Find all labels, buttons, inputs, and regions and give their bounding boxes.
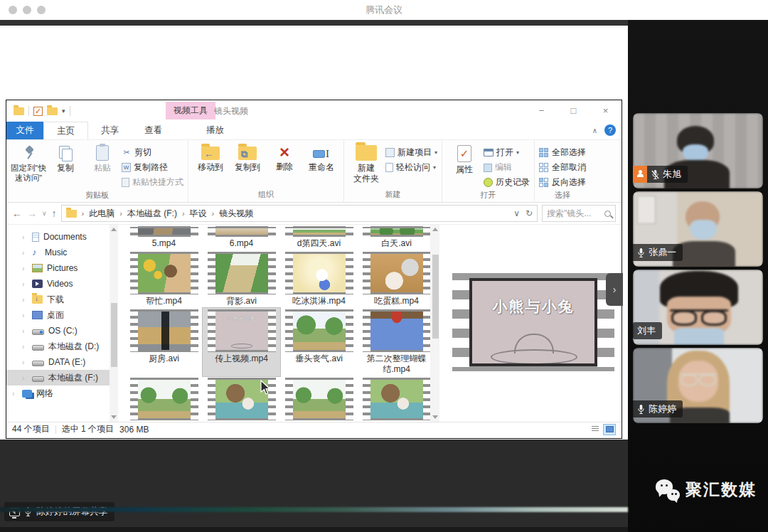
rename-button[interactable]: 重命名 xyxy=(304,143,339,173)
help-icon[interactable]: ? xyxy=(604,124,616,136)
new-item-button[interactable]: 新建项目 ▾ xyxy=(385,147,437,159)
breadcrumb-drive-f[interactable]: 本地磁盘 (F:) xyxy=(127,208,177,220)
sidebar-item-os-c[interactable]: › OS (C:) xyxy=(6,323,118,339)
file-item[interactable]: 第二次整理蝴蝶结.mp4 xyxy=(358,308,435,376)
participant-tile[interactable]: 陈婷婷 xyxy=(633,348,763,423)
move-to-button[interactable]: ← 移动到 xyxy=(193,143,228,173)
scroll-down-icon[interactable] xyxy=(432,415,438,419)
sidebar-item-data-e[interactable]: › DATA (E:) xyxy=(6,354,118,370)
file-item[interactable]: 5.mp4 xyxy=(125,225,203,250)
up-button[interactable]: ↑ xyxy=(52,208,57,219)
tab-play[interactable]: 播放 xyxy=(193,122,237,139)
address-dropdown-icon[interactable]: ∨ xyxy=(513,208,520,218)
expand-chevron-icon[interactable]: › xyxy=(22,327,28,335)
file-item-selected[interactable]: 小熊与小兔 传上视频.mp4 xyxy=(203,308,280,376)
breadcrumb-bishe[interactable]: 毕设 xyxy=(190,208,207,220)
customize-qat-caret-icon[interactable]: ▾ xyxy=(62,107,65,115)
file-item[interactable]: 帮忙.mp4 xyxy=(125,250,203,308)
edit-button[interactable]: 编辑 xyxy=(484,161,530,174)
breadcrumb-current-folder[interactable]: 镜头视频 xyxy=(219,208,253,220)
sidebar-item-videos[interactable]: › Videos xyxy=(6,276,118,292)
paste-shortcut-button[interactable]: 粘贴快捷方式 xyxy=(122,176,183,188)
tab-home[interactable]: 主页 xyxy=(43,122,88,139)
sidebar-item-local-f[interactable]: › 本地磁盘 (F:) xyxy=(6,370,118,385)
sidebar-item-local-d[interactable]: › 本地磁盘 (D:) xyxy=(6,339,118,354)
file-item[interactable]: 吃冰淇淋.mp4 xyxy=(280,250,358,308)
expand-chevron-icon[interactable]: › xyxy=(22,280,28,288)
panel-collapse-handle[interactable]: › xyxy=(606,273,623,306)
scrollbar-thumb[interactable] xyxy=(432,255,439,339)
history-button[interactable]: 历史记录 xyxy=(484,176,530,188)
select-none-button[interactable]: 全部取消 xyxy=(539,161,586,174)
zoom-traffic-light[interactable] xyxy=(37,6,46,14)
thumbnails-view-button[interactable] xyxy=(603,424,616,435)
scroll-up-icon[interactable] xyxy=(432,228,438,231)
sidebar-scrollbar[interactable] xyxy=(110,225,118,422)
expand-chevron-icon[interactable]: › xyxy=(22,312,28,319)
video-tools-context-tab[interactable]: 视频工具 xyxy=(166,102,215,119)
minimize-traffic-light[interactable] xyxy=(23,6,31,14)
scrollbar-thumb[interactable] xyxy=(111,303,117,367)
expand-chevron-icon[interactable]: › xyxy=(22,374,28,382)
close-traffic-light[interactable] xyxy=(9,6,17,14)
open-button[interactable]: 打开 ▾ xyxy=(484,147,530,159)
tab-share[interactable]: 共享 xyxy=(88,122,132,139)
file-item[interactable]: d第四天.avi xyxy=(280,225,358,250)
sidebar-item-downloads[interactable]: › 下载 xyxy=(6,292,118,307)
search-input[interactable]: 搜索"镜头... xyxy=(542,205,616,222)
sidebar-item-music[interactable]: › ♪ Music xyxy=(6,245,118,260)
file-item[interactable]: 白天.avi xyxy=(358,225,435,250)
select-all-button[interactable]: 全部选择 xyxy=(539,147,586,159)
back-button[interactable]: ← xyxy=(12,208,22,219)
minimize-button[interactable]: − xyxy=(526,100,558,120)
expand-chevron-icon[interactable]: › xyxy=(22,358,28,366)
expand-chevron-icon[interactable]: › xyxy=(22,249,28,257)
recent-locations-caret-icon[interactable]: ∨ xyxy=(42,210,47,217)
file-item[interactable]: 第二天.avi xyxy=(125,376,203,422)
sidebar-item-documents[interactable]: › Documents xyxy=(6,229,118,245)
participant-tile[interactable]: 张鼎一 xyxy=(633,191,763,267)
sidebar-item-network[interactable]: › 网络 xyxy=(6,385,118,401)
file-item[interactable]: 第三天.avi xyxy=(280,376,358,422)
paste-button[interactable]: 粘贴 xyxy=(85,143,120,174)
properties-qat-icon[interactable]: ✓ xyxy=(33,107,43,116)
participant-tile[interactable]: 刘丰 xyxy=(633,270,763,345)
file-item[interactable]: 厨房.avi xyxy=(125,308,203,376)
collapse-ribbon-icon[interactable]: ∧ xyxy=(592,127,597,134)
new-folder-button[interactable]: 新建 文件夹 xyxy=(348,143,384,184)
properties-button[interactable]: ✓ 属性 xyxy=(447,143,482,175)
forward-button[interactable]: → xyxy=(27,208,37,219)
copy-to-button[interactable]: ⧉ 复制到 xyxy=(230,143,265,173)
pin-to-quick-access-button[interactable]: 固定到“快速访问” xyxy=(11,143,46,183)
expand-chevron-icon[interactable]: › xyxy=(22,233,28,241)
breadcrumb-this-pc[interactable]: 此电脑 xyxy=(89,208,114,220)
close-button[interactable]: × xyxy=(590,100,622,120)
copy-button[interactable]: 复制 xyxy=(48,143,83,174)
copy-path-button[interactable]: W 复制路径 xyxy=(122,161,183,174)
expand-chevron-icon[interactable]: › xyxy=(22,265,28,272)
refresh-icon[interactable]: ↻ xyxy=(526,208,533,218)
participant-tile[interactable]: 朱旭 xyxy=(633,113,763,188)
expand-chevron-icon[interactable]: › xyxy=(22,296,28,304)
sidebar-item-pictures[interactable]: › Pictures xyxy=(6,260,118,276)
file-item[interactable]: 第三天.mp4 xyxy=(358,376,435,422)
file-item[interactable]: 背影.avi xyxy=(203,250,280,308)
address-bar[interactable]: › 此电脑 › 本地磁盘 (F:) › 毕设 › 镜头视频 ∨ ↻ xyxy=(61,205,538,222)
expand-chevron-icon[interactable]: › xyxy=(22,343,28,351)
tab-view[interactable]: 查看 xyxy=(132,122,175,139)
expand-chevron-icon[interactable]: › xyxy=(12,390,18,398)
file-item[interactable]: 垂头丧气.avi xyxy=(280,308,358,376)
new-folder-qat-icon[interactable] xyxy=(47,107,58,115)
delete-button[interactable]: × 删除 xyxy=(267,143,302,172)
easy-access-button[interactable]: 轻松访问 ▾ xyxy=(385,161,437,174)
invert-selection-button[interactable]: 反向选择 xyxy=(539,176,586,188)
cut-button[interactable]: ✂ 剪切 xyxy=(122,147,183,159)
maximize-button[interactable]: □ xyxy=(558,100,590,120)
scroll-down-icon[interactable] xyxy=(111,415,117,419)
file-item[interactable]: 吃蛋糕.mp4 xyxy=(358,250,435,308)
sidebar-item-desktop[interactable]: › 桌面 xyxy=(6,307,118,323)
video-preview-filmstrip[interactable]: 小熊与小兔 xyxy=(452,273,614,371)
details-view-button[interactable] xyxy=(589,424,602,435)
scroll-up-icon[interactable] xyxy=(111,228,117,231)
file-item[interactable]: 6.mp4 xyxy=(203,225,280,250)
